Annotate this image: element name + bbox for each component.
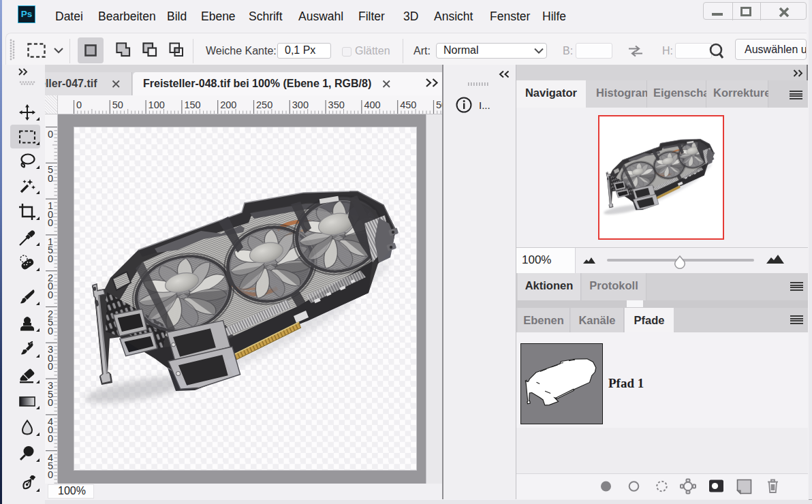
svg-text:0: 0 <box>76 99 82 110</box>
svg-text:0: 0 <box>48 173 53 184</box>
svg-text:0: 0 <box>48 469 53 480</box>
svg-text:250: 250 <box>256 99 272 110</box>
svg-text:0: 0 <box>48 289 53 300</box>
svg-text:0: 0 <box>48 433 53 444</box>
svg-text:0: 0 <box>48 326 53 336</box>
svg-text:200: 200 <box>220 99 236 110</box>
svg-text:400: 400 <box>364 99 380 110</box>
svg-text:0: 0 <box>48 129 53 140</box>
svg-text:0: 0 <box>48 397 53 408</box>
svg-text:0: 0 <box>48 217 53 228</box>
svg-text:100: 100 <box>149 99 165 110</box>
svg-text:150: 150 <box>184 99 200 110</box>
svg-text:350: 350 <box>328 99 345 110</box>
svg-text:300: 300 <box>292 99 309 110</box>
svg-text:500: 500 <box>436 99 442 110</box>
svg-text:0: 0 <box>48 361 53 372</box>
svg-text:0: 0 <box>48 253 53 264</box>
svg-text:450: 450 <box>400 99 416 110</box>
svg-text:50: 50 <box>112 99 123 110</box>
